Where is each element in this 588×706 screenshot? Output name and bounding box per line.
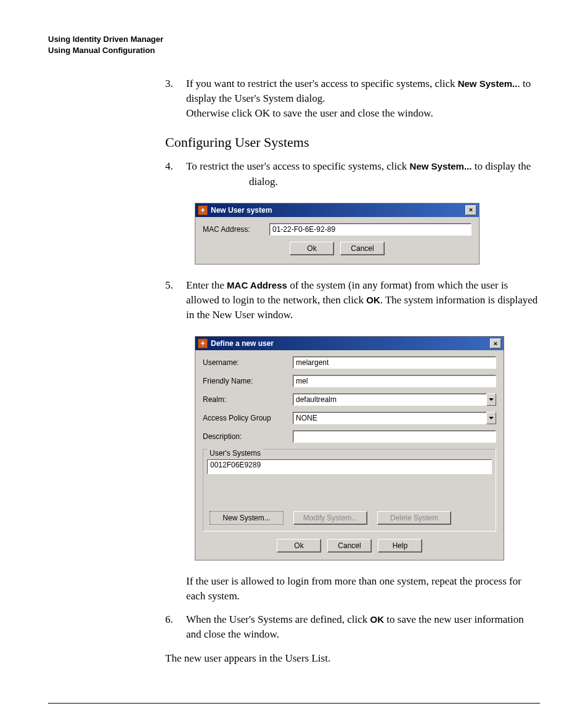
description-label: Description: xyxy=(203,432,293,441)
dialog2-close-button[interactable]: × xyxy=(490,339,501,348)
closing-paragraph: The new user appears in the Users List. xyxy=(165,651,540,666)
username-label: Username: xyxy=(203,358,293,367)
step-3-body: If you want to restrict the user's acces… xyxy=(186,76,540,121)
description-input[interactable] xyxy=(293,430,496,443)
delete-system-button[interactable]: Delete System xyxy=(377,511,451,525)
realm-combo-dropdown-icon[interactable] xyxy=(486,393,496,406)
username-input[interactable] xyxy=(293,356,496,369)
mac-address-input[interactable] xyxy=(269,223,472,236)
apg-combo-dropdown-icon[interactable] xyxy=(486,412,496,424)
step-4: 4. To restrict the user's access to spec… xyxy=(165,159,540,189)
step-4-body: To restrict the user's access to specifi… xyxy=(186,159,540,189)
step-5-body: Enter the MAC Address of the system (in … xyxy=(186,278,540,322)
step-5: 5. Enter the MAC Address of the system (… xyxy=(165,278,540,322)
mac-address-label: MAC Address: xyxy=(203,225,269,234)
new-user-system-dialog: + New User system × MAC Address: Ok Canc… xyxy=(195,203,480,265)
page-header: Using Identity Driven Manager Using Manu… xyxy=(48,34,540,55)
dialog2-title: Define a new user xyxy=(211,339,274,348)
dialog2-ok-button[interactable]: Ok xyxy=(277,539,321,552)
apg-label: Access Policy Group xyxy=(203,414,293,422)
realm-label: Realm: xyxy=(203,395,293,404)
footer-rule xyxy=(48,703,540,704)
step-3-number: 3. xyxy=(165,76,186,121)
dialog2-cancel-button[interactable]: Cancel xyxy=(327,539,372,552)
modify-system-button[interactable]: Modify System... xyxy=(293,511,367,525)
new-system-button[interactable]: New System... xyxy=(210,511,284,525)
bold-ok-a: OK xyxy=(366,295,380,305)
dialog1-title: New User system xyxy=(211,206,272,215)
dialog2-help-button[interactable]: Help xyxy=(378,539,422,552)
step-6-body: When the User's Systems are defined, cli… xyxy=(186,612,540,642)
dialog1-titlebar: + New User system × xyxy=(195,203,479,217)
step-3: 3. If you want to restrict the user's ac… xyxy=(165,76,540,121)
users-systems-group-label: User's Systems xyxy=(207,449,263,458)
dialog2-title-icon: + xyxy=(198,339,208,348)
bold-new-system-b: New System... xyxy=(410,161,472,171)
apg-combo-input[interactable] xyxy=(293,412,487,424)
section-title: Configuring User Systems xyxy=(165,134,540,150)
header-line-1: Using Identity Driven Manager xyxy=(48,34,540,45)
bold-ok-b: OK xyxy=(370,614,385,625)
define-new-user-dialog: + Define a new user × Username: Friendly… xyxy=(195,336,504,560)
friendly-name-input[interactable] xyxy=(293,375,496,387)
step-4-number: 4. xyxy=(165,159,186,189)
step-6-number: 6. xyxy=(165,612,186,642)
step-6: 6. When the User's Systems are defined, … xyxy=(165,612,540,642)
dialog1-close-button[interactable]: × xyxy=(465,205,476,215)
realm-combo-input[interactable] xyxy=(293,393,487,406)
bold-new-system-a: New System.. xyxy=(458,78,518,89)
bold-mac-address: MAC Address xyxy=(227,280,287,290)
dialog1-cancel-button[interactable]: Cancel xyxy=(340,242,385,255)
after-step5-text: If the user is allowed to login from mor… xyxy=(186,574,540,604)
users-systems-list-item[interactable]: 0012F06E9289 xyxy=(207,459,492,474)
header-line-2: Using Manual Configuration xyxy=(48,45,540,56)
step-5-number: 5. xyxy=(165,278,186,322)
dialog2-titlebar: + Define a new user × xyxy=(195,337,504,350)
dialog1-title-icon: + xyxy=(198,205,208,215)
friendly-name-label: Friendly Name: xyxy=(203,377,293,385)
dialog1-ok-button[interactable]: Ok xyxy=(290,242,334,255)
